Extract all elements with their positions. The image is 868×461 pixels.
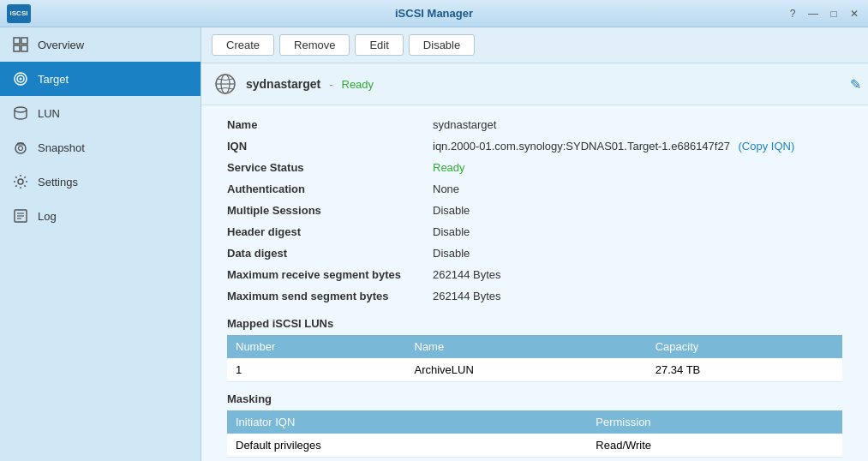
detail-row-auth: Authentication None [227, 178, 842, 200]
detail-label-header-digest: Header digest [227, 225, 433, 238]
svg-rect-1 [21, 38, 27, 44]
target-separator: - [329, 78, 332, 91]
titlebar: iSCSI iSCSI Manager ? — □ ✕ [0, 0, 868, 27]
snapshot-icon [12, 139, 29, 156]
detail-row-iqn: IQN iqn.2000-01.com.synology:SYDNAS01.Ta… [227, 135, 842, 157]
masking-header-row: Initiator IQN Permission [227, 410, 842, 434]
app-logo: iSCSI [7, 4, 31, 23]
detail-row-service-status: Service Status Ready [227, 157, 842, 178]
details-section: Name sydnastarget IQN iqn.2000-01.com.sy… [201, 105, 868, 461]
svg-rect-0 [14, 38, 20, 44]
minimize-button[interactable]: — [806, 7, 820, 21]
svg-point-6 [20, 78, 22, 81]
detail-label-name: Name [227, 118, 433, 131]
copy-iqn-link[interactable]: (Copy IQN) [739, 140, 795, 153]
detail-label-max-receive: Maximum receive segment bytes [227, 268, 433, 281]
table-row: Default privileges Read/Write [227, 434, 842, 458]
edit-button[interactable]: Edit [355, 34, 403, 56]
target-name: sydnastarget [246, 77, 320, 91]
table-row: 1 ArchiveLUN 27.34 TB [227, 358, 842, 382]
sidebar: Overview Target LUN [0, 27, 201, 461]
sidebar-label-target: Target [38, 73, 69, 86]
masking-permission: Read/Write [587, 434, 842, 458]
detail-row-header-digest: Header digest Disable [227, 221, 842, 242]
sidebar-item-overview[interactable]: Overview [0, 27, 201, 62]
sidebar-label-settings: Settings [38, 176, 78, 189]
lun-number: 1 [227, 358, 406, 382]
masking-table: Initiator IQN Permission Default privile… [227, 410, 842, 458]
main-content: Create Remove Edit Disable sydnastarget … [201, 27, 868, 461]
col-header-initiator-iqn: Initiator IQN [227, 410, 587, 434]
target-edit-icon[interactable]: ✎ [850, 76, 861, 93]
lun-icon [12, 105, 29, 122]
disable-button[interactable]: Disable [409, 34, 475, 56]
target-icon [12, 70, 29, 87]
toolbar: Create Remove Edit Disable [201, 27, 868, 63]
col-header-capacity: Capacity [647, 335, 842, 358]
detail-value-header-digest: Disable [433, 225, 470, 238]
svg-rect-2 [14, 45, 20, 51]
svg-point-9 [19, 147, 23, 151]
detail-value-service-status: Ready [433, 161, 465, 174]
detail-label-iqn: IQN [227, 140, 433, 153]
lun-capacity: 27.34 TB [647, 358, 842, 382]
detail-label-service-status: Service Status [227, 161, 433, 174]
detail-value-iqn: iqn.2000-01.com.synology:SYDNAS01.Target… [433, 140, 794, 153]
detail-value-data-digest: Disable [433, 247, 470, 260]
window-controls: ? — □ ✕ [786, 7, 861, 21]
sidebar-label-overview: Overview [38, 39, 84, 51]
sidebar-item-log[interactable]: Log [0, 199, 201, 233]
detail-value-name: sydnastarget [433, 118, 496, 131]
mapped-luns-title: Mapped iSCSI LUNs [227, 317, 842, 330]
detail-row-max-receive: Maximum receive segment bytes 262144 Byt… [227, 264, 842, 285]
overview-icon [12, 36, 29, 53]
sidebar-label-lun: LUN [38, 107, 60, 120]
sidebar-item-snapshot[interactable]: Snapshot [0, 130, 201, 165]
detail-row-data-digest: Data digest Disable [227, 242, 842, 264]
sidebar-item-settings[interactable]: Settings [0, 165, 201, 199]
sidebar-item-lun[interactable]: LUN [0, 96, 201, 130]
detail-label-multiple-sessions: Multiple Sessions [227, 204, 433, 217]
mapped-luns-table: Number Name Capacity 1 ArchiveLUN 27.34 … [227, 335, 842, 382]
close-button[interactable]: ✕ [847, 7, 861, 21]
detail-label-auth: Authentication [227, 183, 433, 195]
settings-icon [12, 173, 29, 190]
app-layout: Overview Target LUN [0, 27, 868, 461]
remove-button[interactable]: Remove [279, 34, 350, 56]
target-header: sydnastarget - Ready ✎ [201, 63, 868, 105]
sidebar-label-log: Log [38, 210, 57, 223]
create-button[interactable]: Create [212, 34, 274, 56]
lun-name: ArchiveLUN [406, 358, 647, 382]
detail-value-auth: None [433, 183, 459, 195]
detail-value-max-receive: 262144 Bytes [433, 268, 501, 281]
detail-value-max-send: 262144 Bytes [433, 290, 501, 302]
help-button[interactable]: ? [786, 7, 799, 21]
col-header-permission: Permission [587, 410, 842, 434]
svg-point-10 [18, 179, 23, 184]
mapped-luns-header-row: Number Name Capacity [227, 335, 842, 358]
detail-label-max-send: Maximum send segment bytes [227, 290, 433, 302]
svg-rect-3 [21, 45, 27, 51]
col-header-number: Number [227, 335, 406, 358]
logo-box: iSCSI [7, 4, 31, 23]
detail-row-max-send: Maximum send segment bytes 262144 Bytes [227, 285, 842, 307]
target-status: Ready [342, 78, 374, 91]
detail-label-data-digest: Data digest [227, 247, 433, 260]
detail-row-name: Name sydnastarget [227, 114, 842, 135]
svg-point-7 [15, 107, 27, 112]
masking-title: Masking [227, 392, 842, 405]
detail-row-multiple-sessions: Multiple Sessions Disable [227, 200, 842, 221]
col-header-name: Name [406, 335, 647, 358]
detail-value-multiple-sessions: Disable [433, 204, 470, 217]
sidebar-label-snapshot: Snapshot [38, 141, 85, 154]
app-title: iSCSI Manager [395, 7, 473, 20]
iqn-text: iqn.2000-01.com.synology:SYDNAS01.Target… [433, 140, 730, 153]
masking-initiator-iqn: Default privileges [227, 434, 587, 458]
maximize-button[interactable]: □ [827, 7, 841, 21]
globe-icon [213, 72, 237, 96]
log-icon [12, 207, 29, 225]
sidebar-item-target[interactable]: Target [0, 62, 201, 96]
